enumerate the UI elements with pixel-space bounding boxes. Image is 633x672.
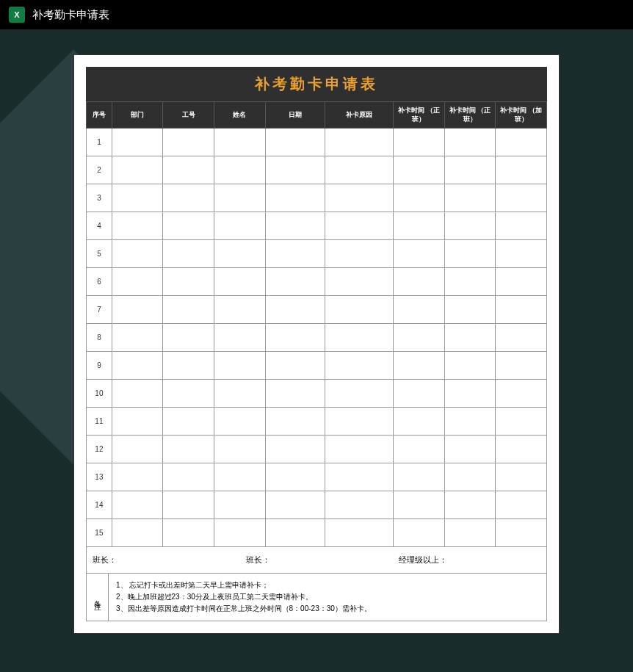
table-cell [393, 491, 444, 519]
table-cell: 4 [87, 212, 112, 240]
table-cell [496, 268, 547, 296]
table-cell [112, 463, 163, 491]
table-cell [393, 212, 444, 240]
table-cell [444, 324, 496, 352]
table-cell [496, 129, 547, 156]
table-cell [444, 212, 496, 240]
table-cell [163, 156, 214, 184]
table-cell [214, 296, 266, 324]
table-cell [214, 380, 266, 408]
table-cell [265, 268, 325, 296]
table-cell [265, 491, 325, 519]
attendance-table: 序号 部门 工号 姓名 日期 补卡原因 补卡时间 （正班） 补卡时间 （正班） … [86, 101, 547, 547]
table-cell [496, 240, 547, 268]
table-cell [496, 491, 547, 519]
table-cell [214, 463, 266, 491]
table-cell [393, 463, 444, 491]
table-cell: 2 [87, 156, 112, 184]
table-cell [444, 408, 496, 436]
table-cell [325, 324, 394, 352]
table-row: 10 [87, 380, 547, 408]
table-cell [112, 324, 163, 352]
table-cell: 9 [87, 352, 112, 380]
table-row: 11 [87, 408, 547, 436]
note-line-1: 1、 忘记打卡或出差时第二天早上需申请补卡； [116, 579, 539, 591]
table-row: 8 [87, 324, 547, 352]
table-cell [265, 184, 325, 212]
table-cell [265, 380, 325, 408]
table-cell [393, 408, 444, 436]
table-cell [496, 184, 547, 212]
table-row: 1 [87, 129, 547, 156]
table-cell: 12 [87, 436, 112, 463]
table-row: 6 [87, 268, 547, 296]
table-cell [496, 156, 547, 184]
table-cell [112, 352, 163, 380]
table-cell [393, 352, 444, 380]
table-cell [112, 129, 163, 156]
table-cell [325, 156, 394, 184]
table-cell [444, 268, 496, 296]
table-row: 3 [87, 184, 547, 212]
table-cell [112, 296, 163, 324]
col-time-on: 补卡时间 （正班） [393, 102, 444, 129]
table-cell [444, 491, 496, 519]
table-cell [214, 184, 266, 212]
table-row: 7 [87, 296, 547, 324]
excel-icon: X [9, 7, 25, 23]
table-cell [325, 212, 394, 240]
table-cell [444, 129, 496, 156]
table-cell [265, 212, 325, 240]
col-emp-id: 工号 [163, 102, 214, 129]
col-reason: 补卡原因 [325, 102, 394, 129]
table-cell [265, 408, 325, 436]
table-cell [325, 491, 394, 519]
table-cell [265, 352, 325, 380]
table-cell [393, 240, 444, 268]
signature-1: 班长： [87, 547, 240, 573]
table-cell [214, 436, 266, 463]
table-cell [325, 436, 394, 463]
note-line-3: 3、因出差等原因造成打卡时间在正常上班之外时间（8：00-23：30）需补卡。 [116, 603, 539, 615]
table-cell [214, 491, 266, 519]
table-cell: 1 [87, 129, 112, 156]
table-cell [163, 463, 214, 491]
table-cell [496, 408, 547, 436]
document-inner: 补考勤卡申请表 序号 部门 工号 姓名 日期 补卡原因 补卡时间 （正班） 补卡… [79, 59, 554, 629]
table-cell [325, 463, 394, 491]
col-seq: 序号 [87, 102, 112, 129]
table-cell [112, 491, 163, 519]
table-cell: 5 [87, 240, 112, 268]
table-cell [444, 380, 496, 408]
table-row: 4 [87, 212, 547, 240]
table-cell [163, 268, 214, 296]
table-cell [496, 296, 547, 324]
table-cell: 11 [87, 408, 112, 436]
col-time-ot: 补卡时间 （加班） [496, 102, 547, 129]
table-cell [496, 212, 547, 240]
table-cell [163, 519, 214, 547]
table-row: 15 [87, 519, 547, 547]
table-cell: 15 [87, 519, 112, 547]
table-cell [496, 324, 547, 352]
table-cell [444, 352, 496, 380]
table-cell [325, 408, 394, 436]
table-cell [265, 463, 325, 491]
table-cell [444, 296, 496, 324]
table-cell [214, 240, 266, 268]
table-row: 5 [87, 240, 547, 268]
table-cell [112, 212, 163, 240]
table-cell [393, 129, 444, 156]
notes-row: 备注 1、 忘记打卡或出差时第二天早上需申请补卡； 2、晚上加班超过23：30分… [86, 574, 547, 621]
table-cell: 10 [87, 380, 112, 408]
table-cell [496, 463, 547, 491]
table-cell [265, 129, 325, 156]
table-cell [265, 156, 325, 184]
table-cell [393, 324, 444, 352]
table-cell [112, 184, 163, 212]
table-cell [214, 352, 266, 380]
table-cell [214, 268, 266, 296]
table-row: 12 [87, 436, 547, 463]
table-cell: 6 [87, 268, 112, 296]
table-cell [393, 184, 444, 212]
